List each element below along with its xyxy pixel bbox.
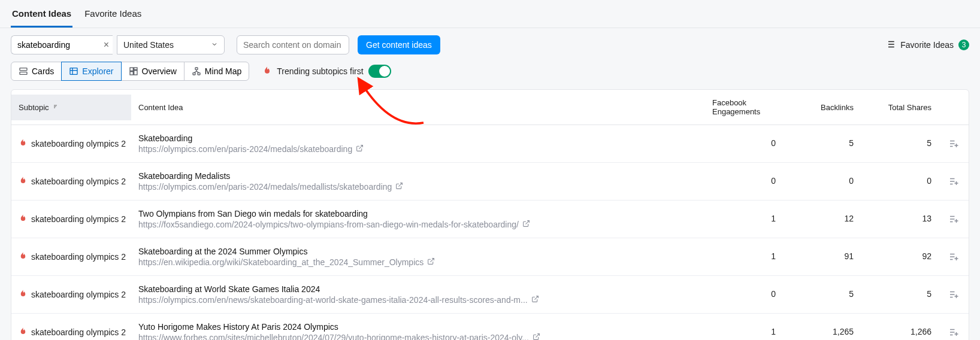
view-cards-label: Cards	[32, 66, 54, 76]
add-to-list-icon[interactable]	[948, 251, 959, 264]
get-content-ideas-button[interactable]: Get content ideas	[358, 35, 440, 54]
view-cards-button[interactable]: Cards	[11, 62, 62, 81]
content-idea-url-text: https://olympics.com/en/paris-2024/medal…	[138, 144, 352, 154]
flame-icon	[19, 289, 28, 300]
cell-subtopic[interactable]: skateboarding olympics 2	[11, 131, 131, 151]
view-explorer-label: Explorer	[82, 66, 113, 76]
cell-facebook-engagements: 1	[705, 320, 783, 339]
external-link-icon[interactable]	[427, 257, 435, 267]
cell-total-shares: 92	[861, 244, 939, 263]
cell-subtopic[interactable]: skateboarding olympics 2	[11, 169, 131, 189]
add-to-list-icon[interactable]	[948, 214, 959, 226]
content-idea-title[interactable]: Skateboarding	[138, 133, 698, 143]
content-idea-url[interactable]: https://olympics.com/en/news/skateboardi…	[138, 295, 698, 305]
col-total-shares[interactable]: Total Shares	[861, 95, 939, 120]
view-explorer-button[interactable]: Explorer	[61, 62, 121, 81]
col-subtopic-label: Subtopic	[19, 103, 49, 112]
clear-keyword-icon[interactable]: ×	[104, 40, 109, 50]
content-idea-title[interactable]: Yuto Horigome Makes History At Paris 202…	[138, 322, 698, 332]
view-mindmap-button[interactable]: Mind Map	[184, 62, 249, 81]
cell-actions	[939, 320, 969, 340]
external-link-icon[interactable]	[395, 182, 403, 192]
favorite-ideas-link-label: Favorite Ideas	[900, 40, 954, 50]
view-mode-segment: Cards Explorer Overview Mind Map	[11, 62, 249, 81]
content-idea-url-text: https://olympics.com/en/paris-2024/medal…	[138, 182, 392, 192]
tab-favorite-ideas[interactable]: Favorite Ideas	[83, 0, 143, 28]
keyword-input-wrapper: ×	[11, 35, 113, 54]
view-overview-button[interactable]: Overview	[121, 62, 184, 81]
svg-line-42	[431, 259, 434, 262]
cell-subtopic[interactable]: skateboarding olympics 2	[11, 244, 131, 265]
cell-content-idea: Skateboarding Medalistshttps://olympics.…	[131, 169, 705, 194]
content-idea-title[interactable]: Skateboarding at the 2024 Summer Olympic…	[138, 247, 698, 256]
cell-backlinks: 1,265	[783, 320, 861, 339]
svg-line-24	[359, 145, 363, 149]
keyword-input[interactable]	[11, 35, 113, 54]
cell-actions	[939, 282, 969, 304]
add-to-list-icon[interactable]	[948, 138, 959, 151]
content-idea-url[interactable]: https://olympics.com/en/paris-2024/medal…	[138, 144, 698, 154]
svg-rect-12	[134, 68, 137, 69]
svg-rect-7	[20, 72, 27, 74]
content-idea-url[interactable]: https://olympics.com/en/paris-2024/medal…	[138, 182, 698, 192]
content-idea-title[interactable]: Skateboarding Medalists	[138, 171, 698, 181]
svg-rect-6	[20, 68, 27, 71]
table-icon	[69, 66, 78, 76]
svg-line-36	[525, 221, 529, 224]
content-idea-url[interactable]: https://en.wikipedia.org/wiki/Skateboard…	[138, 257, 698, 267]
flame-icon	[19, 176, 28, 187]
cell-subtopic[interactable]: skateboarding olympics 2	[11, 282, 131, 302]
external-link-icon[interactable]	[531, 295, 539, 305]
cell-content-idea: Yuto Horigome Makes History At Paris 202…	[131, 320, 705, 340]
content-idea-url[interactable]: https://fox5sandiego.com/2024-olympics/t…	[138, 220, 698, 229]
external-link-icon[interactable]	[522, 220, 530, 229]
cell-content-idea: Two Olympians from San Diego win medals …	[131, 207, 705, 232]
trending-first-control: Trending subtopics first	[262, 65, 391, 78]
add-to-list-icon[interactable]	[948, 289, 959, 302]
view-overview-label: Overview	[142, 66, 177, 76]
content-idea-title[interactable]: Skateboarding at World Skate Games Itali…	[138, 284, 698, 294]
external-link-icon[interactable]	[356, 144, 364, 154]
col-backlinks[interactable]: Backlinks	[783, 95, 861, 120]
cell-total-shares: 13	[861, 207, 939, 226]
trending-first-toggle[interactable]	[368, 65, 391, 78]
svg-line-30	[399, 183, 403, 187]
subtopic-label: skateboarding olympics 2	[31, 139, 126, 148]
col-subtopic[interactable]: Subtopic	[11, 95, 131, 120]
col-content-idea[interactable]: Content Idea	[131, 95, 705, 120]
mindmap-icon	[192, 66, 201, 76]
subtopic-label: skateboarding olympics 2	[31, 290, 126, 299]
cell-actions	[939, 131, 969, 153]
add-to-list-icon[interactable]	[948, 327, 959, 339]
content-idea-url-text: https://www.forbes.com/sites/michellebru…	[138, 333, 529, 340]
domain-search-input[interactable]	[237, 35, 349, 54]
sort-icon	[53, 103, 60, 112]
svg-rect-15	[195, 68, 198, 69]
subtopic-label: skateboarding olympics 2	[31, 177, 126, 186]
external-link-icon[interactable]	[533, 333, 540, 340]
cell-subtopic[interactable]: skateboarding olympics 2	[11, 207, 131, 227]
cell-subtopic[interactable]: skateboarding olympics 2	[11, 320, 131, 340]
cell-backlinks: 5	[783, 131, 861, 150]
table-row: skateboarding olympics 2Yuto Horigome Ma…	[11, 314, 969, 340]
list-icon	[885, 39, 896, 51]
cell-facebook-engagements: 0	[705, 282, 783, 301]
add-to-list-icon[interactable]	[948, 176, 959, 189]
content-idea-title[interactable]: Two Olympians from San Diego win medals …	[138, 209, 698, 218]
col-facebook-engagements[interactable]: Facebook Engagements	[705, 90, 783, 125]
cell-backlinks: 5	[783, 282, 861, 301]
table-row: skateboarding olympics 2Skateboarding Me…	[11, 163, 969, 201]
trending-first-label: Trending subtopics first	[277, 66, 363, 76]
svg-rect-16	[193, 73, 195, 75]
country-select[interactable]: United States	[117, 35, 225, 54]
content-idea-url[interactable]: https://www.forbes.com/sites/michellebru…	[138, 333, 698, 340]
cell-total-shares: 1,266	[861, 320, 939, 339]
cell-backlinks: 0	[783, 169, 861, 188]
cell-facebook-engagements: 0	[705, 169, 783, 188]
main-tabs: Content Ideas Favorite Ideas	[0, 0, 980, 28]
flame-icon	[19, 327, 28, 338]
content-idea-url-text: https://olympics.com/en/news/skateboardi…	[138, 295, 528, 305]
table-row: skateboarding olympics 2Skateboardinghtt…	[11, 125, 969, 163]
favorite-ideas-link[interactable]: Favorite Ideas 3	[885, 39, 969, 51]
tab-content-ideas[interactable]: Content Ideas	[11, 0, 72, 28]
